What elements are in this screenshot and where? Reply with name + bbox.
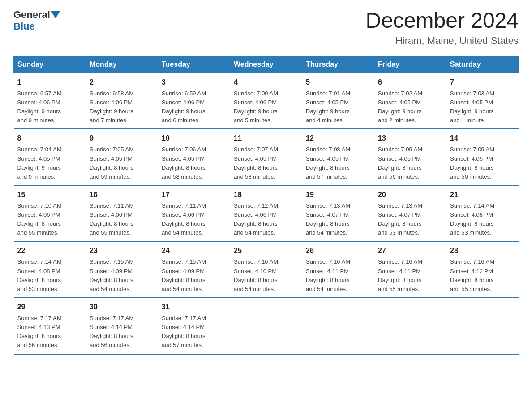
day-cell: 27Sunrise: 7:16 AMSunset: 4:11 PMDayligh… xyxy=(374,241,446,298)
day-info: Sunrise: 7:05 AMSunset: 4:05 PMDaylight:… xyxy=(90,145,154,181)
day-cell: 28Sunrise: 7:16 AMSunset: 4:12 PMDayligh… xyxy=(446,241,519,298)
day-info: Sunrise: 7:17 AMSunset: 4:14 PMDaylight:… xyxy=(162,314,226,350)
day-cell: 29Sunrise: 7:17 AMSunset: 4:13 PMDayligh… xyxy=(14,298,86,354)
day-cell: 24Sunrise: 7:15 AMSunset: 4:09 PMDayligh… xyxy=(158,241,230,298)
weekday-header-thursday: Thursday xyxy=(302,56,374,73)
day-info: Sunrise: 7:16 AMSunset: 4:11 PMDaylight:… xyxy=(306,257,370,294)
day-number: 2 xyxy=(90,77,154,88)
day-cell: 13Sunrise: 7:09 AMSunset: 4:05 PMDayligh… xyxy=(374,129,446,185)
day-cell xyxy=(374,298,446,354)
day-number: 13 xyxy=(378,133,442,144)
day-info: Sunrise: 7:10 AMSunset: 4:06 PMDaylight:… xyxy=(17,201,82,238)
day-number: 30 xyxy=(90,302,154,313)
day-cell: 5Sunrise: 7:01 AMSunset: 4:05 PMDaylight… xyxy=(302,73,374,129)
day-info: Sunrise: 7:11 AMSunset: 4:06 PMDaylight:… xyxy=(162,201,226,238)
day-info: Sunrise: 7:04 AMSunset: 4:05 PMDaylight:… xyxy=(17,145,82,181)
day-info: Sunrise: 7:09 AMSunset: 4:05 PMDaylight:… xyxy=(378,145,442,181)
calendar-table: SundayMondayTuesdayWednesdayThursdayFrid… xyxy=(13,56,519,355)
weekday-header-friday: Friday xyxy=(374,56,446,73)
day-info: Sunrise: 7:00 AMSunset: 4:06 PMDaylight:… xyxy=(234,89,298,125)
day-number: 24 xyxy=(162,245,226,256)
day-cell: 18Sunrise: 7:12 AMSunset: 4:06 PMDayligh… xyxy=(230,185,302,242)
day-number: 15 xyxy=(17,189,82,200)
day-info: Sunrise: 7:08 AMSunset: 4:05 PMDaylight:… xyxy=(306,145,370,181)
day-cell xyxy=(446,298,519,354)
day-info: Sunrise: 6:59 AMSunset: 4:06 PMDaylight:… xyxy=(162,89,226,125)
week-row-1: 1Sunrise: 6:57 AMSunset: 4:06 PMDaylight… xyxy=(14,73,519,129)
day-cell: 16Sunrise: 7:11 AMSunset: 4:06 PMDayligh… xyxy=(86,185,158,242)
day-number: 19 xyxy=(306,189,370,200)
day-info: Sunrise: 7:17 AMSunset: 4:14 PMDaylight:… xyxy=(90,314,154,350)
day-number: 20 xyxy=(378,189,442,200)
logo-blue: Blue xyxy=(13,21,35,32)
day-cell: 11Sunrise: 7:07 AMSunset: 4:05 PMDayligh… xyxy=(230,129,302,185)
day-cell xyxy=(302,298,374,354)
day-cell: 10Sunrise: 7:06 AMSunset: 4:05 PMDayligh… xyxy=(158,129,230,185)
logo-triangle-icon xyxy=(51,11,60,18)
day-info: Sunrise: 7:09 AMSunset: 4:05 PMDaylight:… xyxy=(450,145,515,181)
weekday-header-saturday: Saturday xyxy=(446,56,519,73)
day-cell: 30Sunrise: 7:17 AMSunset: 4:14 PMDayligh… xyxy=(86,298,158,354)
day-cell: 23Sunrise: 7:15 AMSunset: 4:09 PMDayligh… xyxy=(86,241,158,298)
day-info: Sunrise: 7:02 AMSunset: 4:05 PMDaylight:… xyxy=(378,89,442,125)
day-number: 12 xyxy=(306,133,370,144)
logo-general: General xyxy=(13,9,50,21)
day-info: Sunrise: 7:16 AMSunset: 4:11 PMDaylight:… xyxy=(378,257,442,294)
week-row-2: 8Sunrise: 7:04 AMSunset: 4:05 PMDaylight… xyxy=(14,129,519,185)
day-cell: 22Sunrise: 7:14 AMSunset: 4:08 PMDayligh… xyxy=(14,241,86,298)
day-cell: 26Sunrise: 7:16 AMSunset: 4:11 PMDayligh… xyxy=(302,241,374,298)
day-number: 8 xyxy=(17,133,82,144)
day-number: 31 xyxy=(162,302,226,313)
day-cell: 31Sunrise: 7:17 AMSunset: 4:14 PMDayligh… xyxy=(158,298,230,354)
day-number: 22 xyxy=(17,245,82,256)
day-cell: 21Sunrise: 7:14 AMSunset: 4:08 PMDayligh… xyxy=(446,185,519,242)
day-cell xyxy=(230,298,302,354)
day-cell: 2Sunrise: 6:58 AMSunset: 4:06 PMDaylight… xyxy=(86,73,158,129)
day-number: 29 xyxy=(17,302,82,313)
weekday-header-sunday: Sunday xyxy=(14,56,86,73)
day-cell: 9Sunrise: 7:05 AMSunset: 4:05 PMDaylight… xyxy=(86,129,158,185)
day-number: 28 xyxy=(450,245,515,256)
day-cell: 4Sunrise: 7:00 AMSunset: 4:06 PMDaylight… xyxy=(230,73,302,129)
week-row-5: 29Sunrise: 7:17 AMSunset: 4:13 PMDayligh… xyxy=(14,298,519,354)
day-number: 17 xyxy=(162,189,226,200)
day-cell: 8Sunrise: 7:04 AMSunset: 4:05 PMDaylight… xyxy=(14,129,86,185)
calendar-title: December 2024 xyxy=(365,9,519,33)
day-info: Sunrise: 7:15 AMSunset: 4:09 PMDaylight:… xyxy=(90,257,154,294)
day-number: 23 xyxy=(90,245,154,256)
day-info: Sunrise: 7:17 AMSunset: 4:13 PMDaylight:… xyxy=(17,314,82,350)
day-info: Sunrise: 7:11 AMSunset: 4:06 PMDaylight:… xyxy=(90,201,154,238)
weekday-header-wednesday: Wednesday xyxy=(230,56,302,73)
day-cell: 20Sunrise: 7:13 AMSunset: 4:07 PMDayligh… xyxy=(374,185,446,242)
weekday-header-tuesday: Tuesday xyxy=(158,56,230,73)
day-cell: 25Sunrise: 7:16 AMSunset: 4:10 PMDayligh… xyxy=(230,241,302,298)
header: General Blue December 2024 Hiram, Maine,… xyxy=(13,9,519,47)
day-info: Sunrise: 6:58 AMSunset: 4:06 PMDaylight:… xyxy=(90,89,154,125)
day-cell: 19Sunrise: 7:13 AMSunset: 4:07 PMDayligh… xyxy=(302,185,374,242)
day-cell: 7Sunrise: 7:03 AMSunset: 4:05 PMDaylight… xyxy=(446,73,519,129)
day-cell: 12Sunrise: 7:08 AMSunset: 4:05 PMDayligh… xyxy=(302,129,374,185)
day-info: Sunrise: 7:14 AMSunset: 4:08 PMDaylight:… xyxy=(450,201,515,238)
logo: General Blue xyxy=(13,9,61,32)
day-cell: 14Sunrise: 7:09 AMSunset: 4:05 PMDayligh… xyxy=(446,129,519,185)
day-number: 6 xyxy=(378,77,442,88)
day-number: 3 xyxy=(162,77,226,88)
day-cell: 17Sunrise: 7:11 AMSunset: 4:06 PMDayligh… xyxy=(158,185,230,242)
day-number: 7 xyxy=(450,77,515,88)
day-info: Sunrise: 7:01 AMSunset: 4:05 PMDaylight:… xyxy=(306,89,370,125)
day-number: 10 xyxy=(162,133,226,144)
day-number: 27 xyxy=(378,245,442,256)
day-info: Sunrise: 7:16 AMSunset: 4:12 PMDaylight:… xyxy=(450,257,515,294)
day-cell: 6Sunrise: 7:02 AMSunset: 4:05 PMDaylight… xyxy=(374,73,446,129)
day-number: 18 xyxy=(234,189,298,200)
day-info: Sunrise: 7:03 AMSunset: 4:05 PMDaylight:… xyxy=(450,89,515,125)
day-number: 9 xyxy=(90,133,154,144)
day-cell: 15Sunrise: 7:10 AMSunset: 4:06 PMDayligh… xyxy=(14,185,86,242)
day-cell: 3Sunrise: 6:59 AMSunset: 4:06 PMDaylight… xyxy=(158,73,230,129)
weekday-header-row: SundayMondayTuesdayWednesdayThursdayFrid… xyxy=(14,56,519,73)
day-info: Sunrise: 7:06 AMSunset: 4:05 PMDaylight:… xyxy=(162,145,226,181)
day-number: 26 xyxy=(306,245,370,256)
day-number: 4 xyxy=(234,77,298,88)
calendar-subtitle: Hiram, Maine, United States xyxy=(365,35,519,47)
day-number: 11 xyxy=(234,133,298,144)
